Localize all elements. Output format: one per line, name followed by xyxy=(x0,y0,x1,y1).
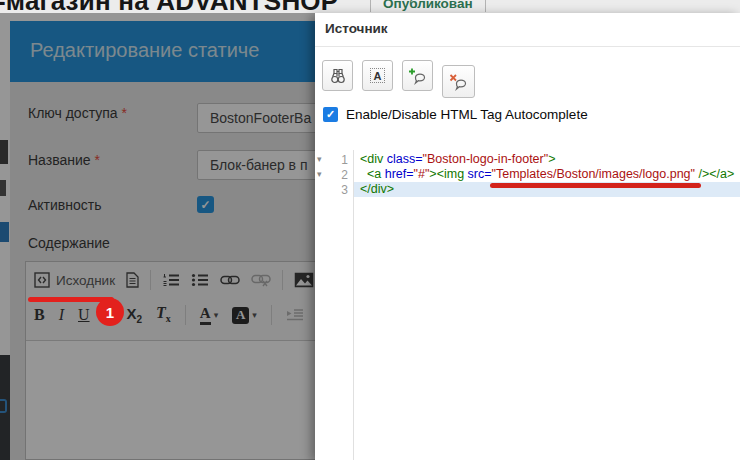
code-text[interactable]: <a href="#"><img src="Templates/Boston/i… xyxy=(354,167,740,182)
fold-icon[interactable]: ▾ xyxy=(315,170,326,179)
bubble-remove-icon xyxy=(449,73,468,91)
page-title: -магазин на ADVANTSHOP xyxy=(0,0,338,13)
code-editor[interactable]: ▾1<div class="Boston-logo-in-footer">▾2 … xyxy=(315,150,740,460)
autocomplete-row: ✓ Enable/Disable HTML Tag Autocomplete xyxy=(323,107,588,122)
fold-icon[interactable]: ▾ xyxy=(315,155,326,164)
page-header: -магазин на ADVANTSHOP Опубликован xyxy=(0,0,740,13)
divider xyxy=(315,46,740,47)
status-badge-wrap: Опубликован xyxy=(370,0,486,13)
source-dialog: Источник A ✓ xyxy=(315,13,740,460)
code-text[interactable]: <div class="Boston-logo-in-footer"> xyxy=(354,152,740,167)
annotation-step-circle: 1 xyxy=(96,298,124,326)
divider xyxy=(485,0,486,12)
annotation-underline-img-src xyxy=(490,183,701,188)
letter-a-selection-icon: A xyxy=(370,68,385,83)
code-gutter[interactable]: ▾2 xyxy=(315,168,354,182)
line-number: 2 xyxy=(326,168,354,182)
autocomplete-label: Enable/Disable HTML Tag Autocomplete xyxy=(346,107,588,122)
comment-button[interactable] xyxy=(402,60,433,91)
code-gutter[interactable]: 3 xyxy=(315,183,354,197)
line-number: 3 xyxy=(326,183,354,197)
screen: -магазин на ADVANTSHOP Опубликован Редак… xyxy=(0,0,740,460)
find-replace-button[interactable]: A xyxy=(362,60,393,91)
annotation-step-number: 1 xyxy=(106,304,114,321)
code-lines: ▾1<div class="Boston-logo-in-footer">▾2 … xyxy=(315,152,740,197)
line-number: 1 xyxy=(326,153,354,167)
divider xyxy=(370,0,371,12)
search-button[interactable] xyxy=(322,60,353,91)
code-line[interactable]: ▾1<div class="Boston-logo-in-footer"> xyxy=(315,152,740,167)
source-toolbar: A xyxy=(322,60,475,98)
binoculars-icon xyxy=(329,67,347,85)
uncomment-button[interactable] xyxy=(442,65,475,98)
code-line[interactable]: ▾2 <a href="#"><img src="Templates/Bosto… xyxy=(315,167,740,182)
check-icon: ✓ xyxy=(326,109,335,120)
autocomplete-checkbox[interactable]: ✓ xyxy=(323,107,338,122)
source-dialog-title: Источник xyxy=(325,21,388,36)
status-badge: Опубликован xyxy=(383,0,473,11)
code-gutter[interactable]: ▾1 xyxy=(315,153,354,167)
bubble-plus-icon xyxy=(408,67,427,85)
